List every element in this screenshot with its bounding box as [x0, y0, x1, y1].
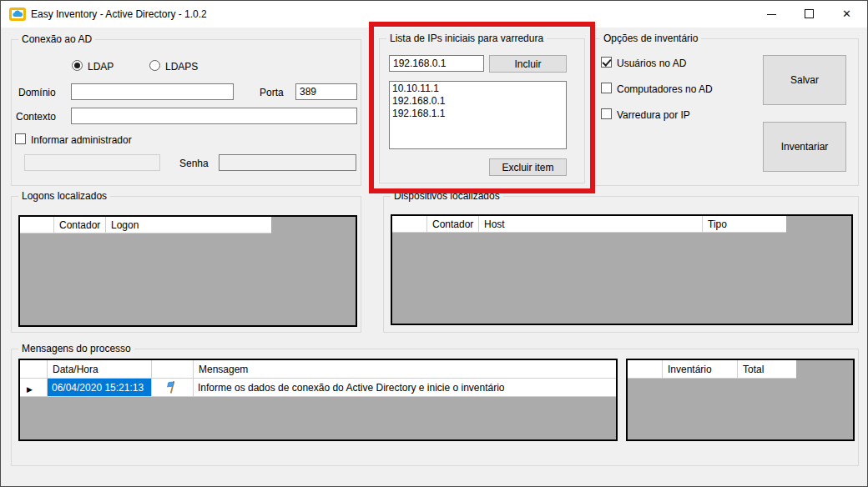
- inventario-summary-grid: Inventário Total: [626, 359, 855, 441]
- dispositivos-rowheader-column[interactable]: [392, 216, 427, 232]
- group-lista-ips: Lista de IPs iniciais para varredura Inc…: [379, 38, 585, 183]
- ip-list-item[interactable]: 192.168.0.1: [390, 95, 566, 108]
- dispositivos-grid-header: Contador Host Tipo: [392, 216, 786, 233]
- ip-list-item[interactable]: 192.168.1.1: [390, 108, 566, 120]
- porta-label: Porta: [260, 87, 284, 98]
- ip-input[interactable]: [389, 55, 484, 72]
- incluir-button[interactable]: Incluir: [489, 55, 567, 73]
- group-dispositivos: Dispositivos localizados Contador Host T…: [383, 196, 859, 333]
- radio-ldap[interactable]: [72, 60, 83, 71]
- group-mensagens: Mensagens do processo Data/Hora Mensagem…: [11, 349, 859, 466]
- minimize-button[interactable]: [752, 1, 790, 27]
- dispositivos-col-tipo[interactable]: Tipo: [703, 216, 786, 232]
- summary-col-total[interactable]: Total: [738, 360, 796, 378]
- window-title: Easy Inventory - Active Directory - 1.0.…: [31, 8, 207, 20]
- inventariar-button[interactable]: Inventariar: [763, 122, 846, 172]
- computadores-no-ad-checkbox[interactable]: [601, 83, 612, 93]
- varredura-por-ip-label[interactable]: Varredura por IP: [617, 109, 690, 121]
- radio-ldaps[interactable]: [149, 60, 160, 71]
- mensagens-rowheader-column[interactable]: [20, 360, 48, 378]
- computadores-no-ad-label[interactable]: Computadores no AD: [617, 83, 713, 95]
- row-selector-cell[interactable]: ▶: [20, 379, 48, 397]
- group-lista-ips-title: Lista de IPs iniciais para varredura: [386, 33, 547, 44]
- summary-col-inventario[interactable]: Inventário: [663, 360, 738, 378]
- minimize-icon: [767, 14, 776, 15]
- group-dispositivos-title: Dispositivos localizados: [391, 190, 503, 202]
- summary-rowheader-column[interactable]: [628, 360, 663, 378]
- logons-grid: Contador Logon: [18, 215, 357, 327]
- mensagens-grid: Data/Hora Mensagem ▶ 06/04/2020 15:21:13…: [18, 359, 618, 441]
- dispositivos-grid: Contador Host Tipo: [391, 214, 853, 325]
- close-icon: ✕: [842, 8, 851, 20]
- summary-grid-header: Inventário Total: [628, 360, 796, 379]
- row-datetime-cell[interactable]: 06/04/2020 15:21:13: [48, 379, 152, 397]
- mensagens-col-mensagem[interactable]: Mensagem: [194, 360, 616, 378]
- ip-listbox[interactable]: 10.10.11.1 192.168.0.1 192.168.1.1: [389, 81, 567, 149]
- dispositivos-col-host[interactable]: Host: [479, 216, 703, 232]
- dispositivos-col-contador[interactable]: Contador: [427, 216, 479, 232]
- ip-list-item[interactable]: 10.10.11.1: [390, 83, 566, 95]
- usuarios-no-ad-label[interactable]: Usuários no AD: [617, 58, 686, 69]
- radio-ldap-label[interactable]: LDAP: [88, 61, 114, 73]
- dominio-label: Domínio: [18, 87, 56, 98]
- dominio-field[interactable]: [71, 83, 234, 100]
- senha-field[interactable]: [219, 154, 356, 171]
- group-mensagens-title: Mensagens do processo: [18, 343, 134, 354]
- salvar-button[interactable]: Salvar: [763, 55, 846, 105]
- close-button[interactable]: ✕: [829, 1, 867, 27]
- row-selector-arrow-icon: ▶: [27, 385, 33, 394]
- logons-grid-header: Contador Logon: [20, 217, 271, 233]
- group-logons-title: Logons localizados: [18, 190, 110, 202]
- excluir-item-button[interactable]: Excluir item: [489, 158, 567, 176]
- mensagens-col-datahora[interactable]: Data/Hora: [48, 360, 152, 378]
- group-conexao-title: Conexão ao AD: [18, 33, 95, 45]
- group-opcoes-inventario: Opções de inventário Usuários no AD Comp…: [593, 38, 859, 186]
- app-window: Easy Inventory - Active Directory - 1.0.…: [0, 0, 868, 487]
- titlebar: Easy Inventory - Active Directory - 1.0.…: [1, 1, 867, 28]
- group-logons: Logons localizados Contador Logon: [11, 196, 361, 333]
- logons-col-logon[interactable]: Logon: [106, 217, 271, 233]
- group-opcoes-title: Opções de inventário: [600, 33, 701, 44]
- informar-administrador-label[interactable]: Informar administrador: [31, 134, 132, 146]
- maximize-button[interactable]: [790, 1, 829, 27]
- row-icon-cell[interactable]: [152, 379, 194, 397]
- admin-user-field[interactable]: [24, 154, 160, 171]
- contexto-field[interactable]: [71, 108, 357, 124]
- contexto-label: Contexto: [16, 111, 56, 123]
- radio-ldaps-label[interactable]: LDAPS: [165, 61, 198, 73]
- mensagens-grid-header: Data/Hora Mensagem: [20, 360, 616, 379]
- blue-flag-icon: [164, 380, 178, 394]
- logons-col-contador[interactable]: Contador: [54, 217, 106, 233]
- senha-label: Senha: [179, 158, 209, 169]
- logons-rowheader-column[interactable]: [20, 217, 54, 233]
- maximize-icon: [805, 9, 814, 18]
- usuarios-no-ad-checkbox[interactable]: [601, 57, 612, 68]
- row-message-cell[interactable]: Informe os dados de conexão do Active Di…: [194, 379, 616, 397]
- group-conexao-ad: Conexão ao AD LDAP LDAPS Domínio Porta C…: [11, 39, 361, 186]
- varredura-por-ip-checkbox[interactable]: [601, 108, 612, 119]
- app-logo-icon: [9, 8, 26, 21]
- informar-administrador-checkbox[interactable]: [15, 133, 26, 144]
- mensagens-col-icon[interactable]: [152, 360, 194, 378]
- porta-field[interactable]: [295, 83, 357, 100]
